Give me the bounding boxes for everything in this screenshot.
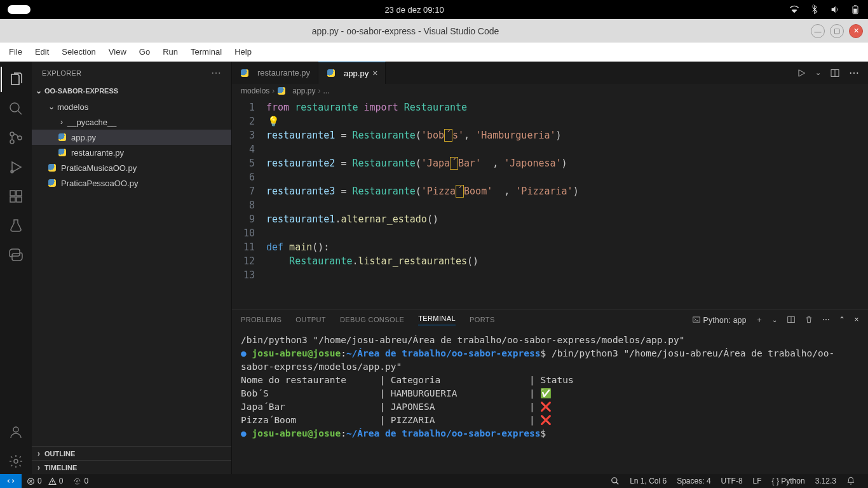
svg-point-6 (18, 136, 22, 140)
split-editor-icon[interactable] (830, 68, 840, 78)
new-terminal-icon[interactable]: ＋ (756, 315, 763, 325)
chevron-right-icon: › (318, 86, 320, 95)
volume-icon[interactable] (830, 4, 840, 15)
breadcrumb-segment[interactable]: app.py (292, 86, 315, 95)
chevron-down-icon[interactable]: ⌄ (815, 69, 821, 77)
activities-pill[interactable] (8, 5, 31, 14)
panel-more-icon[interactable]: ⋯ (822, 315, 830, 324)
trash-icon[interactable] (804, 315, 813, 324)
menu-run[interactable]: Run (156, 43, 184, 61)
activity-testing[interactable] (1, 213, 31, 238)
tab-app[interactable]: app.py × (318, 62, 386, 84)
status-language-mode[interactable]: { } Python (767, 477, 810, 485)
breadcrumb[interactable]: modelos › app.py › ... (232, 84, 868, 98)
tab-restaurante[interactable]: restaurante.py (232, 62, 318, 84)
menu-go[interactable]: Go (133, 43, 156, 61)
python-file-icon (47, 178, 57, 188)
activity-settings[interactable] (1, 449, 31, 474)
svg-rect-9 (17, 191, 22, 196)
svg-point-3 (10, 103, 19, 112)
status-notifications-icon[interactable] (841, 477, 860, 485)
prompt-path: ~/Área de trabalho/oo-sabor-express (346, 428, 541, 438)
menu-selection[interactable]: Selection (55, 43, 102, 61)
status-encoding[interactable]: UTF-8 (716, 477, 748, 485)
file-label: PraticaPessoaOO.py (61, 179, 138, 188)
python-file-icon (57, 147, 67, 158)
status-indentation[interactable]: Spaces: 4 (672, 477, 715, 485)
remote-button[interactable] (0, 474, 22, 488)
activity-search[interactable] (1, 96, 31, 121)
file-restaurante-py[interactable]: restaurante.py (32, 145, 231, 160)
panel-tab-debug[interactable]: DEBUG CONSOLE (340, 316, 404, 323)
window-titlebar: app.py - oo-sabor-express - Visual Studi… (0, 19, 868, 43)
svg-rect-1 (854, 5, 857, 6)
status-cursor-position[interactable]: Ln 1, Col 6 (625, 477, 672, 485)
system-topbar: 23 de dez 09:10 (0, 0, 868, 19)
menu-edit[interactable]: Edit (29, 43, 55, 61)
window-close-button[interactable]: ✕ (849, 24, 863, 38)
status-ports[interactable]: 0 (68, 477, 93, 485)
status-errors[interactable]: 0 0 (22, 477, 68, 485)
terminal-shell-label[interactable]: Python: app (692, 315, 747, 325)
run-icon[interactable] (796, 68, 806, 78)
timeline-section[interactable]: › TIMELINE (32, 460, 231, 474)
menu-file[interactable]: File (3, 43, 29, 61)
status-python-version[interactable]: 3.12.3 (810, 477, 841, 485)
chevron-down-icon[interactable]: ⌄ (772, 316, 777, 323)
python-file-icon (240, 68, 250, 78)
breadcrumb-segment[interactable]: ... (323, 86, 329, 95)
wifi-icon[interactable] (789, 4, 799, 15)
folder-label: __pycache__ (67, 118, 116, 127)
terminal-body[interactable]: /bin/python3 "/home/josu-abreu/Área de t… (232, 330, 868, 474)
explorer-more-icon[interactable]: ⋯ (211, 67, 221, 79)
terminal-line: /bin/python3 "/home/josu-abreu/Área de t… (241, 334, 859, 347)
window-minimize-button[interactable]: — (811, 24, 825, 38)
lightbulb-icon[interactable]: 💡 (268, 114, 280, 128)
breadcrumb-segment[interactable]: modelos (241, 86, 269, 95)
chevron-up-icon[interactable]: ⌃ (839, 315, 845, 324)
clock[interactable]: 23 de dez 09:10 (39, 5, 789, 15)
activity-run-debug[interactable] (1, 154, 31, 180)
activity-python[interactable] (1, 242, 31, 268)
chevron-down-icon: ⌄ (47, 102, 56, 111)
folder-pycache[interactable]: › __pycache__ (32, 114, 231, 130)
panel-tab-ports[interactable]: PORTS (470, 316, 495, 323)
prompt-dot-icon: ● (241, 428, 252, 438)
chevron-down-icon: ⌄ (34, 86, 43, 95)
panel-tab-terminal[interactable]: TERMINAL (418, 315, 456, 325)
python-file-icon (57, 132, 67, 142)
editor-more-icon[interactable]: ⋯ (849, 67, 860, 79)
panel-close-icon[interactable]: × (855, 315, 859, 324)
panel-tab-problems[interactable]: PROBLEMS (241, 316, 281, 323)
menu-help[interactable]: Help (228, 43, 258, 61)
file-label: PraticaMusicaOO.py (61, 163, 137, 173)
folder-modelos[interactable]: ⌄ modelos (32, 99, 231, 114)
chevron-right-icon: › (272, 86, 275, 95)
panel-tab-output[interactable]: OUTPUT (295, 316, 326, 323)
project-section-header[interactable]: ⌄ OO-SABOR-EXPRESS (32, 84, 231, 98)
python-file-icon (47, 163, 57, 173)
menu-view[interactable]: View (102, 43, 133, 61)
activity-extensions[interactable] (1, 184, 31, 209)
prompt-path: ~/Área de trabalho/oo-sabor-express (346, 348, 541, 358)
tab-close-icon[interactable]: × (372, 68, 377, 78)
explorer-title: EXPLORER (42, 69, 81, 77)
window-maximize-button[interactable]: ▢ (830, 24, 844, 38)
menu-terminal[interactable]: Terminal (184, 43, 228, 61)
bluetooth-icon[interactable] (810, 4, 820, 15)
file-pratica-musica[interactable]: PraticaMusicaOO.py (32, 160, 231, 175)
file-app-py[interactable]: app.py (32, 130, 231, 145)
outline-section[interactable]: › OUTLINE (32, 446, 231, 460)
status-eol[interactable]: LF (748, 477, 767, 485)
file-pratica-pessoa[interactable]: PraticaPessoaOO.py (32, 175, 231, 191)
svg-point-12 (13, 427, 18, 432)
status-search[interactable] (606, 477, 625, 485)
battery-icon[interactable] (850, 4, 860, 15)
code-body[interactable]: 💡from restaurante import Restaurante res… (266, 98, 868, 309)
chevron-right-icon: › (34, 449, 43, 458)
activity-accounts[interactable] (1, 419, 31, 445)
split-terminal-icon[interactable] (787, 315, 796, 324)
code-editor[interactable]: 12345678910111213 💡from restaurante impo… (232, 98, 868, 309)
activity-explorer[interactable] (1, 67, 31, 92)
activity-source-control[interactable] (1, 125, 31, 151)
